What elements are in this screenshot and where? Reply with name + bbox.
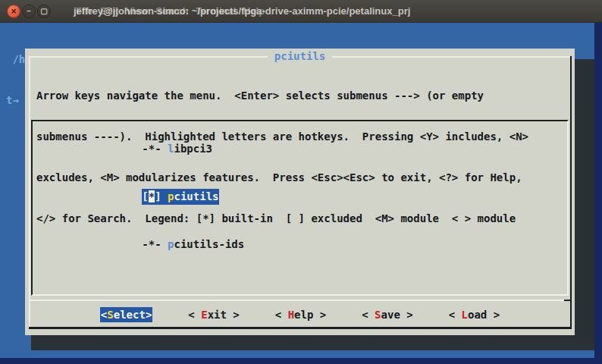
btn-text: elect bbox=[114, 309, 146, 321]
hotkey-letter: S bbox=[375, 309, 381, 321]
checkbox-state: -*- bbox=[142, 238, 161, 250]
list-row: [*] pciutils bbox=[33, 173, 567, 221]
close-glyph: × bbox=[11, 7, 16, 16]
gap bbox=[161, 143, 168, 155]
hotkey-letter: E bbox=[201, 309, 207, 321]
gap bbox=[161, 238, 168, 250]
minimize-glyph: – bbox=[27, 8, 31, 15]
hotkey-letter: H bbox=[288, 309, 294, 321]
dialog-border-left bbox=[29, 56, 30, 328]
dialog-title: pciutils bbox=[25, 50, 575, 62]
dialog-border-bottom bbox=[29, 327, 572, 329]
help-line: Arrow keys navigate the menu. <Enter> se… bbox=[36, 89, 528, 102]
terminal-edge-right bbox=[594, 23, 602, 364]
terminal-edge-bottom bbox=[0, 358, 602, 364]
checkbox-close: ] bbox=[155, 190, 161, 202]
checkbox-mark-cursor: * bbox=[149, 190, 155, 202]
btn-text: ave bbox=[381, 309, 400, 321]
item-label: ciutils bbox=[174, 190, 218, 202]
load-button[interactable]: < Load > bbox=[449, 307, 500, 322]
btn-bracket: > bbox=[227, 309, 240, 321]
checkbox-state: -*- bbox=[142, 143, 161, 155]
terminal-screen: /home/jeffrey/projects/fpga-drive-aximm-… bbox=[0, 23, 602, 364]
close-icon[interactable]: × bbox=[7, 5, 20, 18]
menu-item-pciutils-ids[interactable]: -*- pciutils-ids bbox=[142, 237, 244, 253]
item-label: ibpci3 bbox=[174, 143, 212, 155]
btn-bracket: > bbox=[400, 309, 413, 321]
window-title: jeffrey@jjohnson-simco: ~/projects/fpga-… bbox=[74, 5, 410, 17]
menu-list: -*- libpci3 [*] pciutils -*- pciutils-id… bbox=[31, 120, 569, 296]
btn-bracket: < bbox=[362, 309, 375, 321]
hotkey-letter: L bbox=[462, 309, 468, 321]
menuconfig-dialog: pciutils Arrow keys navigate the menu. <… bbox=[25, 49, 575, 335]
list-row: -*- pciutils-ids bbox=[33, 221, 567, 268]
button-separator bbox=[30, 300, 570, 301]
btn-bracket: > bbox=[487, 309, 500, 321]
maximize-icon[interactable]: ▢ bbox=[37, 5, 51, 18]
item-label: ciutils-ids bbox=[174, 238, 244, 250]
menu-item-libpci3[interactable]: -*- libpci3 bbox=[142, 141, 212, 157]
help-button[interactable]: < Help > bbox=[275, 307, 326, 322]
minimize-icon[interactable]: – bbox=[22, 5, 36, 18]
exit-button[interactable]: < Exit > bbox=[188, 307, 239, 322]
btn-bracket: < bbox=[188, 309, 201, 321]
btn-text: oad bbox=[468, 309, 487, 321]
hotkey-letter: S bbox=[107, 309, 113, 321]
terminal-window: × – ▢ File Edit View Search Terminal Hel… bbox=[0, 0, 602, 364]
btn-bracket: > bbox=[146, 309, 152, 321]
btn-text: elp bbox=[294, 309, 313, 321]
dialog-border-right bbox=[570, 56, 572, 329]
dialog-buttons: <Select> < Exit > < Help > < Save > < Lo… bbox=[25, 307, 575, 322]
checkbox-open: [ bbox=[142, 190, 148, 202]
maximize-glyph: ▢ bbox=[40, 8, 47, 15]
gap bbox=[161, 190, 168, 202]
save-button[interactable]: < Save > bbox=[362, 307, 412, 322]
btn-bracket: < bbox=[449, 309, 462, 321]
select-button[interactable]: <Select> bbox=[100, 307, 152, 322]
title-bar: × – ▢ File Edit View Search Terminal Hel… bbox=[0, 0, 602, 23]
btn-bracket: > bbox=[313, 309, 326, 321]
menu-item-pciutils-selected[interactable]: [*] pciutils bbox=[142, 189, 218, 205]
btn-text: xit bbox=[208, 309, 227, 321]
list-row: -*- libpci3 bbox=[33, 121, 567, 173]
btn-bracket: < bbox=[275, 309, 288, 321]
